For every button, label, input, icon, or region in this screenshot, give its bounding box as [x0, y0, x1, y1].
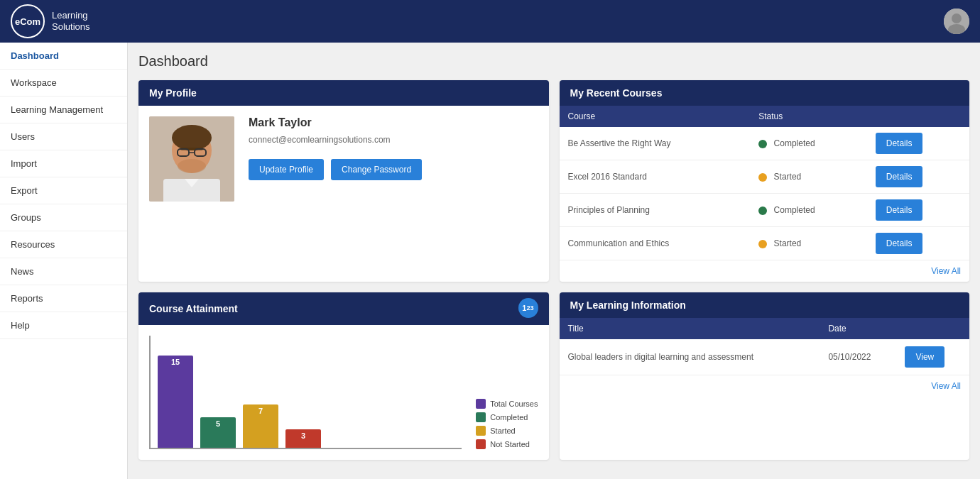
sidebar-item-reports[interactable]: Reports	[0, 285, 127, 312]
course-action: Details	[867, 227, 969, 260]
col-date: Date	[820, 318, 896, 339]
bar: 5	[200, 417, 236, 448]
learning-info-body: Title Date Global leaders in digital lea…	[560, 318, 970, 397]
bar-group: 7	[243, 343, 278, 448]
course-status: Completed	[750, 194, 866, 227]
chart-area: 15573 Total Courses Completed Started No…	[138, 325, 549, 460]
sidebar-item-news[interactable]: News	[0, 258, 127, 285]
course-action: Details	[867, 194, 969, 227]
course-status: Started	[750, 160, 866, 194]
table-row: Excel 2016 Standard Started Details	[560, 160, 970, 194]
chart-legend: Total Courses Completed Started Not Star…	[476, 399, 538, 449]
legend-item: Not Started	[476, 439, 538, 449]
info-table-header-row: Title Date	[560, 318, 970, 339]
col-view	[896, 318, 969, 339]
status-dot	[758, 140, 767, 148]
legend-label: Total Courses	[490, 400, 538, 408]
col-status: Status	[750, 106, 866, 127]
content-area: Dashboard My Profile	[128, 43, 980, 479]
learning-info-card: My Learning Information Title Date Globa…	[560, 292, 970, 460]
profile-card: My Profile	[138, 80, 549, 282]
details-button[interactable]: Details	[876, 166, 923, 187]
svg-point-5	[172, 125, 212, 150]
bar: 15	[158, 356, 193, 448]
course-action: Details	[867, 160, 969, 194]
col-course: Course	[560, 106, 751, 127]
col-action	[867, 106, 969, 127]
profile-photo	[149, 116, 234, 202]
update-profile-button[interactable]: Update Profile	[249, 159, 324, 180]
col-title: Title	[560, 318, 820, 339]
recent-courses-card: My Recent Courses Course Status Be Asser…	[560, 80, 970, 282]
dashboard-grid: My Profile	[138, 80, 969, 460]
sidebar-item-learning-management[interactable]: Learning Management	[0, 97, 127, 123]
sidebar-item-help[interactable]: Help	[0, 312, 127, 339]
legend-color-swatch	[476, 439, 486, 449]
recent-courses-body: Course Status Be Assertive the Right Way…	[560, 106, 970, 282]
course-action: Details	[867, 127, 969, 160]
logo-text: Learning Solutions	[52, 10, 89, 32]
sidebar-item-resources[interactable]: Resources	[0, 231, 127, 258]
change-password-button[interactable]: Change Password	[331, 159, 422, 180]
profile-buttons: Update Profile Change Password	[249, 159, 538, 180]
attainment-card: Course Attainment 123 15573 Total Course…	[138, 292, 549, 460]
profile-card-body: Mark Taylor connect@ecomlearningsolution…	[138, 106, 549, 212]
bar: 7	[243, 404, 278, 448]
profile-card-header: My Profile	[138, 80, 549, 106]
profile-email: connect@ecomlearningsolutions.com	[249, 135, 538, 145]
table-row: Principles of Planning Completed Details	[560, 194, 970, 227]
details-button[interactable]: Details	[876, 233, 923, 254]
course-name: Principles of Planning	[560, 194, 751, 227]
course-name: Communication and Ethics	[560, 227, 751, 260]
info-view-all[interactable]: View All	[560, 375, 970, 397]
bar-group: 3	[285, 343, 321, 448]
main-layout: Dashboard Workspace Learning Management …	[0, 43, 980, 479]
profile-info: Mark Taylor connect@ecomlearningsolution…	[249, 116, 538, 180]
user-avatar[interactable]	[944, 9, 969, 34]
sidebar-item-groups[interactable]: Groups	[0, 204, 127, 231]
page-title: Dashboard	[138, 53, 969, 70]
status-dot	[758, 207, 767, 215]
bar-group: 15	[158, 343, 193, 448]
logo-area: eCom Learning Solutions	[11, 4, 89, 38]
attainment-header: Course Attainment 123	[138, 292, 549, 325]
details-button[interactable]: Details	[876, 199, 923, 221]
view-button[interactable]: View	[905, 346, 944, 368]
sidebar-item-dashboard[interactable]: Dashboard	[0, 43, 127, 70]
bar: 3	[285, 429, 321, 448]
sidebar-item-import[interactable]: Import	[0, 150, 127, 177]
course-name: Be Assertive the Right Way	[560, 127, 751, 160]
legend-color-swatch	[476, 399, 486, 409]
legend-label: Started	[490, 426, 515, 435]
courses-view-all[interactable]: View All	[560, 260, 970, 282]
legend-item: Completed	[476, 412, 538, 422]
courses-table-header-row: Course Status	[560, 106, 970, 127]
sidebar-item-workspace[interactable]: Workspace	[0, 70, 127, 97]
attainment-badge: 123	[518, 298, 538, 318]
attainment-title: Course Attainment	[149, 303, 238, 314]
bar-group: 5	[200, 343, 236, 448]
sidebar-item-export[interactable]: Export	[0, 177, 127, 204]
profile-name: Mark Taylor	[249, 116, 538, 129]
logo-icon: eCom	[11, 4, 45, 38]
svg-point-1	[952, 13, 962, 23]
profile-content: Mark Taylor connect@ecomlearningsolution…	[149, 116, 538, 202]
course-status: Completed	[750, 127, 866, 160]
learning-info-header: My Learning Information	[560, 292, 970, 318]
info-date: 05/10/2022	[820, 339, 896, 375]
top-header: eCom Learning Solutions	[0, 0, 980, 43]
bar-chart: 15573	[149, 336, 462, 449]
legend-item: Started	[476, 426, 538, 436]
sidebar-item-users[interactable]: Users	[0, 123, 127, 150]
course-name: Excel 2016 Standard	[560, 160, 751, 194]
svg-point-10	[178, 159, 206, 173]
sidebar: Dashboard Workspace Learning Management …	[0, 43, 128, 479]
learning-info-table: Title Date Global leaders in digital lea…	[560, 318, 970, 375]
legend-label: Not Started	[490, 440, 530, 448]
courses-table: Course Status Be Assertive the Right Way…	[560, 106, 970, 260]
legend-color-swatch	[476, 412, 486, 422]
table-row: Global leaders in digital learning and a…	[560, 339, 970, 375]
details-button[interactable]: Details	[876, 133, 923, 154]
course-status: Started	[750, 227, 866, 260]
legend-color-swatch	[476, 426, 486, 436]
